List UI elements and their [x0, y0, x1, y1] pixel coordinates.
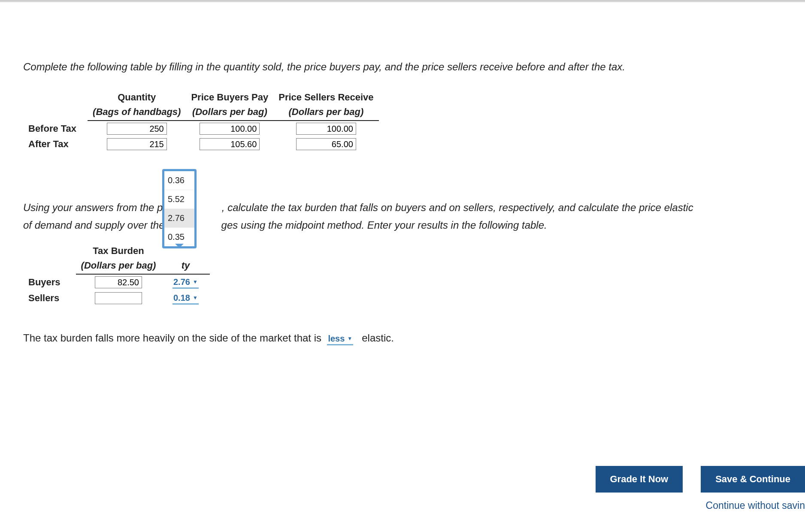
- col-buyers-sub: (Dollars per bag): [186, 105, 273, 121]
- instruction-2: Using your answers from the previo , cal…: [23, 199, 804, 234]
- table-row: Buyers 2.76 ▼: [23, 274, 210, 290]
- dropdown-option-selected[interactable]: 2.76: [164, 209, 194, 228]
- chevron-down-icon: ▼: [193, 295, 198, 301]
- instruction-1: Complete the following table by filling …: [23, 61, 805, 73]
- sellers-elasticity-select[interactable]: 0.18 ▼: [172, 293, 199, 305]
- table-row: Sellers 0.18 ▼: [23, 290, 210, 306]
- elasticity-dropdown[interactable]: 0.36 5.52 2.76 0.35: [162, 169, 197, 248]
- chevron-down-icon: ▼: [193, 279, 198, 285]
- continue-without-saving-link[interactable]: Continue without savin: [706, 500, 805, 511]
- price-quantity-table: Quantity Price Buyers Pay Price Sellers …: [23, 90, 379, 152]
- final-sentence: The tax burden falls more heavily on the…: [23, 332, 805, 345]
- chevron-down-icon: ▼: [347, 336, 352, 342]
- dropdown-option[interactable]: 5.52: [164, 190, 194, 209]
- col-buyers-head: Price Buyers Pay: [186, 90, 273, 105]
- button-bar: Grade It Now Save & Continue: [596, 466, 805, 493]
- grade-it-now-button[interactable]: Grade It Now: [596, 466, 683, 493]
- market-side-select[interactable]: less ▼: [327, 334, 353, 345]
- col-elasticity-head-fragment: ty: [182, 260, 190, 271]
- sellers-burden-input[interactable]: [95, 292, 142, 304]
- page: Complete the following table by filling …: [0, 0, 805, 532]
- burden-elasticity-table: Tax Burden (Dollars per bag) ty Buyers 2…: [23, 244, 210, 306]
- col-quantity-sub: (Bags of handbags): [88, 105, 186, 121]
- save-continue-button[interactable]: Save & Continue: [701, 466, 805, 493]
- row-before-label: Before Tax: [23, 121, 88, 136]
- col-burden-head: Tax Burden: [76, 244, 161, 258]
- table-row: After Tax: [23, 136, 379, 152]
- col-sellers-head: Price Sellers Receive: [273, 90, 378, 105]
- row-sellers-label: Sellers: [23, 290, 76, 306]
- row-buyers-label: Buyers: [23, 274, 76, 290]
- before-quantity-input[interactable]: [107, 123, 167, 135]
- after-buyers-input[interactable]: [200, 138, 260, 150]
- buyers-elasticity-select[interactable]: 2.76 ▼: [172, 277, 199, 289]
- row-after-label: After Tax: [23, 136, 88, 152]
- before-buyers-input[interactable]: [200, 123, 260, 135]
- col-sellers-sub: (Dollars per bag): [273, 105, 378, 121]
- before-sellers-input[interactable]: [296, 123, 356, 135]
- col-quantity-head: Quantity: [88, 90, 186, 105]
- table-row: Before Tax: [23, 121, 379, 136]
- dropdown-option[interactable]: 0.36: [164, 171, 194, 190]
- after-quantity-input[interactable]: [107, 138, 167, 150]
- buyers-burden-input[interactable]: [95, 276, 142, 288]
- col-burden-sub: (Dollars per bag): [76, 258, 161, 274]
- dropdown-option[interactable]: 0.35: [164, 228, 194, 246]
- after-sellers-input[interactable]: [296, 138, 356, 150]
